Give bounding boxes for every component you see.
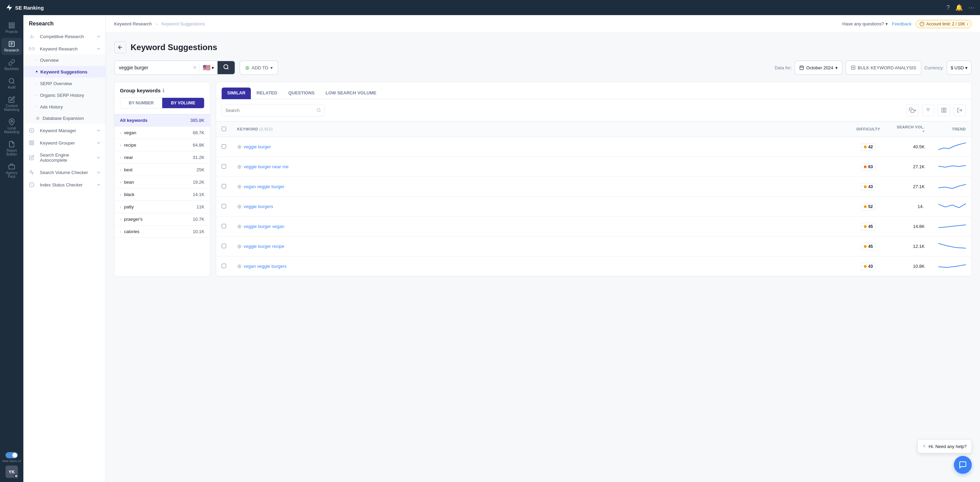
keyword-suggestions-bullet: • xyxy=(36,69,38,75)
tab-related[interactable]: RELATED xyxy=(251,87,282,99)
group-count-recipe: 64.8K xyxy=(193,143,204,147)
group-label-black: black xyxy=(124,192,134,197)
keyword-link-3[interactable]: ⊕ vegan veggie burger xyxy=(237,183,842,190)
add-to-button[interactable]: ⊕ ADD TO ▾ xyxy=(240,60,278,75)
sidebar-item-audit[interactable]: Audit xyxy=(2,75,22,92)
select-all-checkbox[interactable] xyxy=(222,127,226,131)
keyword-filter-input[interactable] xyxy=(226,108,314,113)
group-item-near[interactable]: › near 31.2K xyxy=(115,151,210,164)
bell-icon[interactable]: 🔔 xyxy=(955,4,963,11)
nav-organic-serp[interactable]: · Organic SERP History xyxy=(23,89,105,101)
currency-selector[interactable]: $ USD ▾ xyxy=(947,60,972,75)
nav-keyword-suggestions[interactable]: • Keyword Suggestions xyxy=(23,66,105,78)
new-menu-toggle[interactable] xyxy=(5,452,18,458)
local-icon xyxy=(8,119,15,125)
row-checkbox-7[interactable] xyxy=(222,264,226,268)
search-submit-button[interactable] xyxy=(218,60,235,75)
search-clear-button[interactable]: × xyxy=(190,65,199,71)
trend-cell-3 xyxy=(930,177,971,197)
nav-keyword-manager-header[interactable]: Keyword Manager xyxy=(23,125,105,136)
sidebar-item-report[interactable]: Report Builder xyxy=(2,138,22,159)
keyword-search-input[interactable] xyxy=(115,65,190,70)
more-icon[interactable]: ⋯ xyxy=(968,4,975,11)
back-button[interactable] xyxy=(114,41,126,54)
nav-overview[interactable]: · Overview xyxy=(23,54,105,66)
sidebar-item-backlinks[interactable]: Backlinks xyxy=(2,56,22,73)
row-checkbox-5[interactable] xyxy=(222,224,226,228)
topbar-right: ? 🔔 ⋯ xyxy=(946,4,975,11)
feedback-button[interactable]: Feedback xyxy=(892,21,912,27)
tab-questions[interactable]: QUESTIONS xyxy=(283,87,320,99)
group-item-praegers[interactable]: › praeger's 10.7K xyxy=(115,213,210,225)
search-vol-column-header[interactable]: SEARCH VOL. ▾ xyxy=(889,122,930,137)
sidebar-item-agency[interactable]: Agency Pack xyxy=(2,160,22,181)
group-item-best[interactable]: › best 25K xyxy=(115,164,210,176)
group-item-calories[interactable]: › calories 10.1K xyxy=(115,225,210,238)
group-item-patty[interactable]: › patty 11K xyxy=(115,201,210,213)
date-selector[interactable]: October 2024 ▾ xyxy=(794,60,843,75)
nav-volume-checker-header[interactable]: Search Volume Checker xyxy=(23,167,105,178)
group-item-recipe[interactable]: › recipe 64.8K xyxy=(115,139,210,151)
row-checkbox-3[interactable] xyxy=(222,184,226,189)
have-questions-btn[interactable]: Have any questions? ▾ xyxy=(842,21,888,27)
nav-index-status-header[interactable]: Index Status Checker xyxy=(23,179,105,190)
row-checkbox-4[interactable] xyxy=(222,204,226,208)
row-checkbox-1[interactable] xyxy=(222,144,226,149)
nav-competitive-header[interactable]: Competitive Research xyxy=(23,31,105,42)
chat-close-button[interactable]: × xyxy=(923,443,926,449)
keyword-link-6[interactable]: ⊕ veggie burger recipe xyxy=(237,243,842,250)
flag-selector[interactable]: 🇺🇸 ▾ xyxy=(199,64,218,71)
group-item-vegan[interactable]: › vegan 68.7K xyxy=(115,127,210,139)
nav-database-expansion[interactable]: ⊕ Database Expansion xyxy=(23,113,105,124)
add-keyword-icon-1[interactable]: ⊕ xyxy=(237,144,242,150)
sidebar-item-local[interactable]: Local Marketing xyxy=(2,116,22,136)
add-keyword-icon-5[interactable]: ⊕ xyxy=(237,223,242,230)
avatar-button[interactable]: YK ⚙ xyxy=(5,466,18,478)
add-keyword-icon-2[interactable]: ⊕ xyxy=(237,163,242,170)
difficulty-cell-1: 42 xyxy=(848,137,889,157)
nav-serp-overview[interactable]: · SERP Overview xyxy=(23,78,105,89)
tab-similar[interactable]: SIMILAR xyxy=(222,87,251,99)
nav-autocomplete-header[interactable]: Search Engine Autocomplete xyxy=(23,150,105,165)
keyword-link-5[interactable]: ⊕ veggie burger vegan xyxy=(237,223,842,230)
trend-column-header: TREND xyxy=(930,122,971,137)
group-by-volume-btn[interactable]: BY VOLUME xyxy=(162,98,204,108)
nav-ads-history[interactable]: · Ads History xyxy=(23,101,105,113)
diff-dot-3 xyxy=(864,186,867,188)
keyword-link-7[interactable]: ⊕ vegan veggie burgers xyxy=(237,263,842,270)
export-button[interactable] xyxy=(953,104,966,116)
copy-button[interactable]: ▾ xyxy=(906,104,918,116)
search-vol-cell-7: 10.8K xyxy=(889,257,930,276)
table-row: ⊕ veggie burger 42 40.5K xyxy=(216,137,971,157)
group-by-number-btn[interactable]: BY NUMBER xyxy=(120,98,162,108)
keyword-research-chevron xyxy=(96,46,101,51)
nav-keyword-research-header[interactable]: Keyword Research xyxy=(23,43,105,54)
help-icon[interactable]: ? xyxy=(946,4,950,11)
row-checkbox-2[interactable] xyxy=(222,164,226,168)
row-checkbox-6[interactable] xyxy=(222,244,226,248)
sidebar-item-content[interactable]: Content Marketing xyxy=(2,94,22,114)
group-item-bean[interactable]: › bean 19.2K xyxy=(115,176,210,189)
table-row: ⊕ vegan veggie burgers 43 10.8K xyxy=(216,257,971,276)
sidebar-item-research[interactable]: Research xyxy=(2,38,22,55)
columns-button[interactable] xyxy=(938,104,950,116)
group-item-all[interactable]: All keywords 385.8K xyxy=(115,114,210,127)
group-item-black[interactable]: › black 14.1K xyxy=(115,189,210,201)
keyword-research-label: Keyword Research xyxy=(40,46,78,51)
nav-keyword-grouper-header[interactable]: Keyword Grouper xyxy=(23,137,105,148)
difficulty-column-header[interactable]: DIFFICULTY xyxy=(848,122,889,137)
add-keyword-icon-3[interactable]: ⊕ xyxy=(237,183,242,190)
add-keyword-icon-7[interactable]: ⊕ xyxy=(237,263,242,270)
keyword-link-2[interactable]: ⊕ veggie burger near me xyxy=(237,163,842,170)
keyword-link-1[interactable]: ⊕ veggie burger xyxy=(237,144,842,150)
group-chevron-black: › xyxy=(120,192,121,197)
tab-low-search-volume[interactable]: LOW SEARCH VOLUME xyxy=(320,87,382,99)
keyword-link-4[interactable]: ⊕ veggie burgers xyxy=(237,203,842,210)
keyword-column-header[interactable]: KEYWORD (2,912) xyxy=(232,122,848,137)
chat-open-button[interactable] xyxy=(954,456,972,474)
bulk-analysis-button[interactable]: BULK KEYWORD ANALYSIS xyxy=(845,60,921,75)
add-keyword-icon-6[interactable]: ⊕ xyxy=(237,243,242,250)
add-keyword-icon-4[interactable]: ⊕ xyxy=(237,203,242,210)
sidebar-item-projects[interactable]: Projects xyxy=(2,19,22,36)
filter-button[interactable] xyxy=(922,104,934,116)
